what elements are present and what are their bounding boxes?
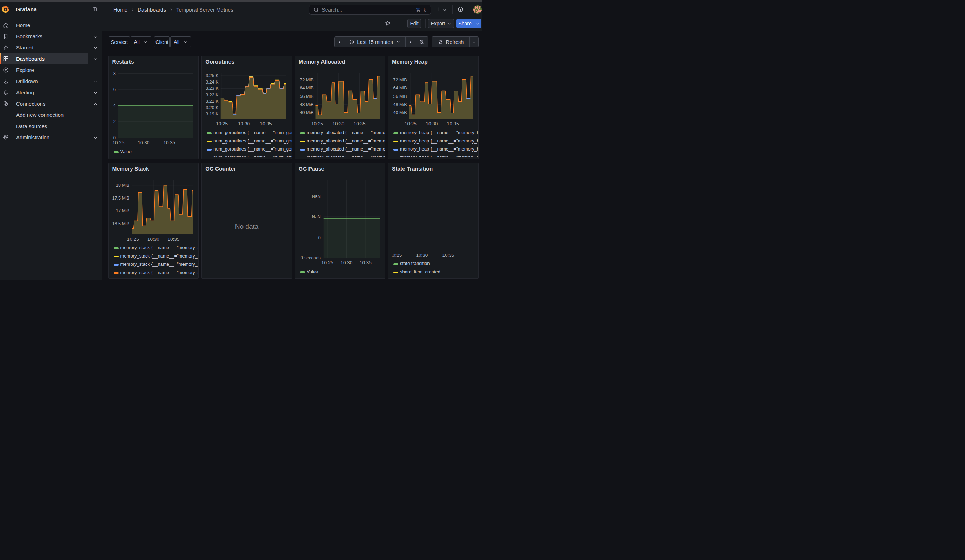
svg-text:10:30: 10:30	[426, 121, 438, 126]
svg-text:10:25: 10:25	[321, 260, 334, 265]
svg-text:3.23 K: 3.23 K	[206, 86, 219, 91]
svg-text:NaN: NaN	[312, 214, 321, 219]
svg-text:56 MiB: 56 MiB	[300, 94, 314, 99]
svg-text:10:25: 10:25	[127, 236, 139, 242]
svg-text:10:30: 10:30	[341, 260, 353, 265]
svg-text:17 MiB: 17 MiB	[116, 208, 129, 213]
svg-text:10:25: 10:25	[311, 121, 323, 126]
svg-text:3.20 K: 3.20 K	[206, 105, 219, 110]
svg-text:4: 4	[113, 103, 115, 108]
svg-text:10:30: 10:30	[416, 252, 428, 258]
svg-text:0 seconds: 0 seconds	[301, 255, 321, 260]
svg-text:3.24 K: 3.24 K	[206, 80, 219, 85]
svg-text:3.22 K: 3.22 K	[206, 92, 219, 97]
svg-text:64 MiB: 64 MiB	[300, 86, 314, 90]
svg-text:10:35: 10:35	[167, 236, 179, 242]
svg-text:10:25: 10:25	[390, 252, 402, 258]
svg-text:10:35: 10:35	[447, 121, 459, 126]
svg-text:10:30: 10:30	[332, 121, 344, 126]
svg-text:40 MiB: 40 MiB	[393, 110, 407, 115]
svg-text:48 MiB: 48 MiB	[300, 102, 314, 107]
svg-text:3.25 K: 3.25 K	[206, 73, 219, 78]
svg-text:10:30: 10:30	[147, 236, 159, 242]
svg-text:0: 0	[113, 135, 115, 140]
svg-text:10:25: 10:25	[112, 140, 124, 145]
svg-text:10:30: 10:30	[238, 121, 250, 126]
svg-text:72 MiB: 72 MiB	[393, 78, 407, 82]
svg-text:56 MiB: 56 MiB	[393, 94, 407, 99]
svg-text:48 MiB: 48 MiB	[393, 102, 407, 107]
svg-text:NaN: NaN	[312, 194, 321, 199]
svg-text:10:30: 10:30	[137, 140, 149, 145]
svg-text:10:35: 10:35	[163, 140, 175, 145]
svg-text:10:35: 10:35	[443, 252, 455, 258]
svg-text:8: 8	[113, 70, 115, 76]
svg-text:72 MiB: 72 MiB	[300, 78, 314, 82]
svg-text:3.21 K: 3.21 K	[206, 99, 219, 103]
svg-text:10:35: 10:35	[360, 260, 371, 265]
svg-text:64 MiB: 64 MiB	[393, 86, 407, 90]
svg-text:40 MiB: 40 MiB	[300, 110, 314, 115]
svg-text:17.5 MiB: 17.5 MiB	[112, 196, 129, 200]
svg-text:10:35: 10:35	[260, 121, 272, 126]
svg-text:0: 0	[318, 235, 321, 240]
svg-text:3.19 K: 3.19 K	[206, 112, 219, 116]
svg-text:10:25: 10:25	[405, 121, 417, 126]
svg-text:10:35: 10:35	[354, 121, 366, 126]
svg-text:10:25: 10:25	[216, 121, 228, 126]
svg-text:2: 2	[113, 119, 115, 124]
svg-text:18 MiB: 18 MiB	[116, 183, 129, 188]
svg-text:6: 6	[113, 87, 115, 92]
svg-text:16.5 MiB: 16.5 MiB	[112, 221, 129, 226]
